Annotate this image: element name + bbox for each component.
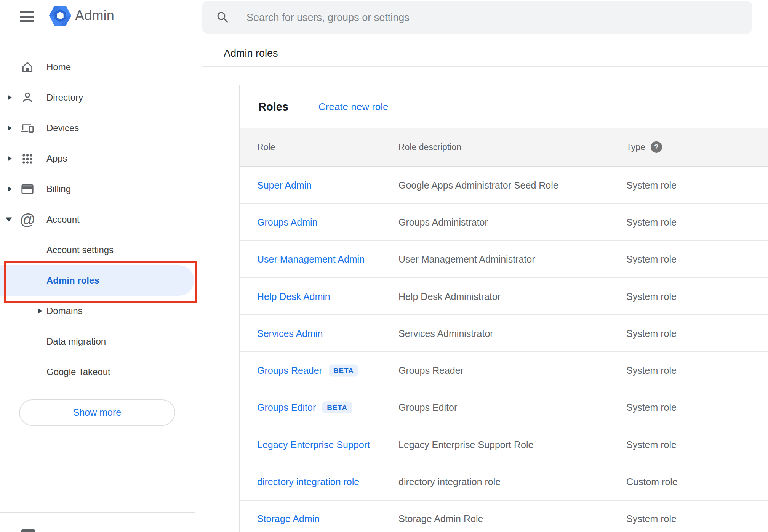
table-row: Legacy Enterprise SupportLegacy Enterpri…	[240, 426, 768, 463]
sidebar-item-domains[interactable]: Domains	[0, 296, 203, 326]
table-row: User Management AdminUser Management Adm…	[240, 241, 768, 278]
show-more-button[interactable]: Show more	[19, 399, 175, 426]
header-divider	[202, 66, 768, 67]
role-type-cell: System role	[626, 291, 677, 302]
sidebar-item-label: Billing	[46, 184, 71, 194]
search-bar	[202, 1, 752, 34]
sidebar-item-label: Directory	[46, 92, 83, 103]
table-row: Super AdminGoogle Apps Administrator See…	[240, 167, 768, 204]
search-input[interactable]	[246, 1, 742, 34]
column-header-type: Type ?	[626, 141, 662, 153]
role-type-cell: System role	[626, 439, 677, 450]
sidebar-item-label: Admin roles	[46, 275, 99, 286]
expand-caret-icon[interactable]	[38, 308, 42, 314]
role-link[interactable]: Groups Editor	[257, 402, 316, 413]
role-description-cell: Google Apps Administrator Seed Role	[398, 179, 558, 191]
logo-text: Admin	[75, 8, 114, 24]
role-description-cell: Groups Reader	[398, 365, 464, 376]
sidebar: Admin HomeDirectoryDevicesAppsBilling@Ac…	[0, 0, 203, 532]
table-row: Storage AdminStorage Admin RoleSystem ro…	[240, 501, 768, 532]
sidebar-item-label: Devices	[46, 123, 79, 133]
role-link[interactable]: Legacy Enterprise Support	[257, 439, 370, 450]
roles-card-header: Roles Create new role	[240, 85, 768, 128]
role-type-cell: System role	[626, 513, 677, 524]
apps-grid-icon	[20, 151, 35, 166]
credit-card-icon	[20, 181, 35, 197]
role-link[interactable]: Storage Admin	[257, 513, 320, 524]
role-cell: Legacy Enterprise Support	[257, 439, 370, 450]
role-link[interactable]: directory integration role	[257, 476, 359, 487]
role-cell: Help Desk Admin	[257, 291, 330, 302]
beta-badge: BETA	[322, 402, 352, 413]
sidebar-item-billing[interactable]: Billing	[0, 174, 203, 204]
expand-caret-icon[interactable]	[8, 186, 12, 192]
column-header-role-description: Role description	[398, 142, 461, 152]
role-type-cell: System role	[626, 254, 677, 265]
role-link[interactable]: Help Desk Admin	[257, 291, 330, 302]
create-new-role-link[interactable]: Create new role	[318, 101, 389, 113]
expand-caret-icon[interactable]	[8, 156, 12, 161]
sidebar-item-label: Domains	[46, 306, 83, 316]
devices-icon	[20, 120, 35, 136]
role-description-cell: Services Administrator	[398, 328, 493, 339]
sidebar-item-apps[interactable]: Apps	[0, 143, 203, 174]
role-description-cell: Legacy Enterprise Support Role	[398, 439, 533, 450]
at-sign-icon: @	[20, 212, 35, 227]
role-description-cell: Groups Administrator	[398, 216, 488, 228]
role-cell: Storage Admin	[257, 513, 320, 524]
sidebar-item-account-settings[interactable]: Account settings	[0, 235, 203, 265]
expand-caret-icon[interactable]	[8, 125, 12, 131]
person-icon	[20, 90, 35, 105]
admin-logo: Admin	[49, 5, 114, 26]
sidebar-item-label: Account settings	[46, 245, 114, 255]
role-description-cell: User Management Administrator	[398, 254, 535, 265]
breadcrumb: Admin roles	[224, 46, 278, 60]
role-type-cell: System role	[626, 179, 677, 191]
table-row: Help Desk AdminHelp Desk AdministratorSy…	[240, 278, 768, 315]
roles-table-body: Super AdminGoogle Apps Administrator See…	[240, 167, 768, 532]
role-link[interactable]: Super Admin	[257, 179, 312, 191]
table-row: Services AdminServices AdministratorSyst…	[240, 315, 768, 352]
help-icon[interactable]: ?	[651, 141, 662, 153]
sidebar-item-label: Home	[46, 62, 71, 72]
hamburger-menu-icon[interactable]	[17, 8, 37, 26]
admin-logo-hexagon-icon	[49, 5, 72, 26]
role-cell: Groups Admin	[257, 216, 317, 228]
page-title: Roles	[258, 101, 288, 113]
expand-caret-icon[interactable]	[8, 95, 12, 100]
sidebar-nav: HomeDirectoryDevicesAppsBilling@AccountA…	[0, 52, 203, 387]
role-type-cell: Custom role	[626, 476, 678, 487]
sidebar-item-label: Google Takeout	[46, 367, 110, 377]
table-row: directory integration roledirectory inte…	[240, 463, 768, 500]
beta-badge: BETA	[329, 365, 358, 377]
role-cell: directory integration role	[257, 476, 359, 487]
sidebar-item-google-takeout[interactable]: Google Takeout	[0, 357, 203, 387]
roles-card: Roles Create new role Role Role descript…	[239, 85, 768, 532]
role-type-cell: System role	[626, 328, 677, 339]
role-link[interactable]: Groups Admin	[257, 216, 317, 228]
sidebar-divider	[0, 512, 195, 513]
sidebar-item-devices[interactable]: Devices	[0, 113, 203, 143]
sidebar-item-label: Account	[46, 214, 80, 225]
role-link[interactable]: User Management Admin	[257, 254, 365, 265]
role-cell: Groups ReaderBETA	[257, 365, 358, 377]
role-type-cell: System role	[626, 402, 677, 413]
search-icon	[216, 11, 229, 24]
sidebar-item-home[interactable]: Home	[0, 52, 203, 82]
sidebar-item-directory[interactable]: Directory	[0, 82, 203, 113]
table-row: Groups EditorBETAGroups EditorSystem rol…	[240, 389, 768, 426]
sidebar-item-label: Data migration	[46, 336, 106, 347]
collapse-caret-icon[interactable]	[6, 218, 12, 222]
role-description-cell: Storage Admin Role	[398, 513, 483, 524]
sidebar-item-label: Apps	[46, 153, 67, 164]
role-link[interactable]: Groups Reader	[257, 365, 322, 376]
sidebar-item-admin-roles[interactable]: Admin roles	[0, 265, 194, 296]
sidebar-item-account[interactable]: @Account	[0, 204, 203, 235]
role-description-cell: Groups Editor	[398, 402, 457, 413]
role-link[interactable]: Services Admin	[257, 328, 323, 339]
sidebar-item-data-migration[interactable]: Data migration	[0, 326, 203, 357]
role-description-cell: Help Desk Administrator	[398, 291, 501, 302]
home-icon	[20, 59, 35, 75]
table-row: Groups ReaderBETAGroups ReaderSystem rol…	[240, 352, 768, 389]
role-type-cell: System role	[626, 216, 677, 228]
